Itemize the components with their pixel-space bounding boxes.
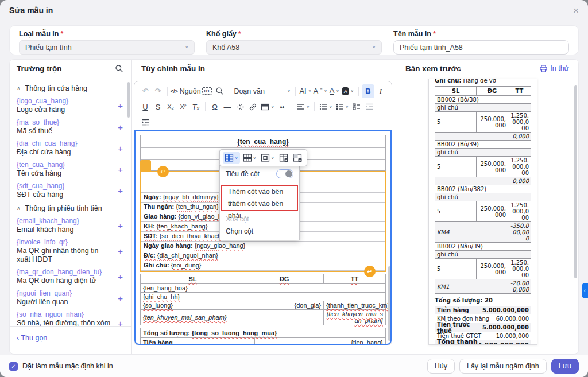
- add-field-icon[interactable]: +: [118, 143, 123, 153]
- insert-paragraph-after-icon[interactable]: ↵: [364, 266, 376, 277]
- items-table[interactable]: SL ĐG TT {ten_hang_hoa} {ghi_chu_hh} {so…: [140, 274, 386, 325]
- save-button[interactable]: Lưu: [551, 359, 579, 374]
- merge-field-item[interactable]: {sdt_cua_hang} SĐT cửa hàng +: [17, 180, 124, 201]
- reset-default-template-button[interactable]: Lấy lại mẫu ngầm định: [459, 359, 547, 374]
- insert-table-icon[interactable]: ∨: [259, 100, 276, 114]
- add-field-icon[interactable]: +: [118, 122, 123, 132]
- font-background-color-icon[interactable]: A∨: [341, 84, 355, 98]
- subtotal-label-cell[interactable]: Tiền hàng: [141, 338, 255, 345]
- merge-field-item[interactable]: {ma_qr_don_hang_dien_tu} Mã QR đơn hàng …: [17, 266, 124, 287]
- add-field-icon[interactable]: +: [118, 246, 123, 256]
- info-line[interactable]: Đ/c: {dia_chi_nguoi_nhan}: [141, 251, 385, 261]
- promo-name-cell[interactable]: {ten_khuyen_mai_san_pham}: [141, 310, 324, 325]
- subscript-icon[interactable]: X₂: [164, 100, 177, 114]
- undo-icon[interactable]: ↶: [139, 84, 152, 98]
- info-line[interactable]: Ghi chú: {noi_dung}: [141, 261, 385, 271]
- info-line[interactable]: Ngày giao hàng: {ngay_giao_hang}: [141, 242, 385, 251]
- editor-toolbar-row3: [134, 115, 392, 130]
- merge-field-item[interactable]: {nguoi_lien_quan} Người liên quan +: [17, 287, 124, 309]
- strikethrough-icon[interactable]: S: [152, 100, 164, 114]
- paragraph-style-select[interactable]: Đoạn văn∨: [232, 84, 292, 98]
- menu-item-delete-column[interactable]: Xoá cột: [220, 213, 299, 226]
- page-break-icon[interactable]: [234, 100, 246, 114]
- insert-paragraph-before-icon[interactable]: ↵: [157, 166, 169, 177]
- sidebar-scrollbar[interactable]: [127, 82, 130, 118]
- add-field-icon[interactable]: +: [118, 293, 123, 303]
- menu-item-insert-column-right[interactable]: Thêm cột vào bên phải: [222, 198, 297, 210]
- add-field-icon[interactable]: +: [118, 272, 123, 282]
- promo-amount-cell[interactable]: {tien_khuyen_mai_san_pham}: [324, 310, 386, 325]
- merge-field-item[interactable]: {email_khach_hang} Email khách hàng +: [17, 215, 124, 236]
- close-icon[interactable]: ×: [573, 6, 579, 15]
- column-header-toggle[interactable]: [276, 169, 293, 178]
- column-header[interactable]: TT: [324, 274, 386, 284]
- indent-icon[interactable]: [139, 115, 152, 129]
- default-template-checkbox[interactable]: ✓: [9, 362, 18, 371]
- italic-icon[interactable]: I: [374, 84, 387, 98]
- cancel-button[interactable]: Hủy: [427, 359, 455, 374]
- add-field-icon[interactable]: +: [118, 318, 123, 326]
- column-header[interactable]: SL: [141, 274, 245, 284]
- section-store-info[interactable]: ∧ Thông tin cửa hàng: [17, 81, 124, 95]
- numbered-list-icon[interactable]: ∨: [334, 100, 351, 114]
- paper-size-select[interactable]: Khổ A58 ∨: [206, 40, 382, 55]
- collapse-preview-tab[interactable]: ‹: [582, 283, 588, 298]
- section-receipt-info[interactable]: ∧ Thông tin phiếu tính tiền: [17, 201, 124, 215]
- total-qty-cell[interactable]: Tổng số lượng: {tong_so_luong_hang_mua}: [141, 328, 386, 338]
- underline-icon[interactable]: U: [139, 100, 152, 114]
- superscript-icon[interactable]: X²: [177, 100, 189, 114]
- search-icon[interactable]: [115, 64, 123, 73]
- font-color-icon[interactable]: A∨: [328, 84, 341, 98]
- add-field-icon[interactable]: +: [118, 101, 123, 111]
- merge-field-item[interactable]: {logo_cua_hang} Logo cửa hàng +: [17, 95, 124, 116]
- merge-field-item[interactable]: {dia_chi_cua_hang} Địa chỉ cửa hàng +: [17, 138, 124, 159]
- merge-field-item[interactable]: {invoice_info_qr} Mã QR ghi nhận thông t…: [17, 236, 124, 266]
- source-button[interactable]: </>Nguồn: [171, 84, 200, 98]
- column-header-toggle-row[interactable]: Tiêu đề cột: [220, 166, 299, 182]
- cell-properties-icon[interactable]: [291, 152, 304, 164]
- row-menu-icon[interactable]: ∨: [241, 152, 258, 164]
- link-icon[interactable]: [246, 100, 259, 114]
- merge-field-item[interactable]: {ma_so_thue} Mã số thuế +: [17, 116, 124, 138]
- bulleted-list-icon[interactable]: ∨: [318, 100, 334, 114]
- qty-cell[interactable]: {so_luong}: [141, 301, 245, 310]
- redo-icon[interactable]: ↷: [152, 84, 164, 98]
- add-field-icon[interactable]: +: [118, 165, 123, 174]
- outdent-icon[interactable]: [363, 100, 376, 114]
- menu-item-select-column[interactable]: Chọn cột: [220, 226, 299, 238]
- template-name-input[interactable]: [393, 40, 569, 55]
- font-family-icon[interactable]: AI∨: [299, 84, 312, 98]
- font-size-icon[interactable]: A≡∨: [312, 84, 328, 98]
- bold-icon[interactable]: B: [362, 84, 374, 98]
- add-field-icon[interactable]: +: [118, 221, 123, 231]
- subtotal-value-cell[interactable]: {tien_hang}: [255, 338, 386, 345]
- remove-format-icon[interactable]: Tₓ: [189, 100, 202, 114]
- store-name-cell[interactable]: {ten_cua_hang}: [141, 135, 385, 148]
- merge-cells-icon[interactable]: ∨: [259, 152, 276, 164]
- menu-item-insert-column-left[interactable]: Thêm cột vào bên trái: [222, 186, 297, 198]
- column-header[interactable]: ĐG: [245, 274, 324, 284]
- merge-field-item[interactable]: {so_nha_nguoi_nhan} Số nhà, tên đường, t…: [17, 309, 124, 326]
- template-type-select[interactable]: Phiếu tạm tính ∨: [19, 40, 195, 55]
- preview-scrollbar[interactable]: [574, 85, 577, 278]
- show-blocks-icon[interactable]: H1: [200, 84, 213, 98]
- add-field-icon[interactable]: +: [118, 186, 123, 196]
- amount-cell[interactable]: {thanh_tien_truoc_km}: [324, 301, 386, 310]
- block-quote-icon[interactable]: “: [276, 100, 289, 114]
- test-print-link[interactable]: In thử: [540, 64, 569, 72]
- table-properties-icon[interactable]: [277, 152, 290, 164]
- special-characters-icon[interactable]: Ω: [208, 100, 221, 114]
- text-alignment-icon[interactable]: ∨: [295, 100, 312, 114]
- totals-table[interactable]: Tổng số lượng: {tong_so_luong_hang_mua} …: [140, 328, 386, 345]
- collapse-sidebar-link[interactable]: ‹ Thu gọn: [17, 334, 47, 342]
- todo-list-icon[interactable]: [350, 100, 363, 114]
- merge-field-item[interactable]: {ten_cua_hang} Tên cửa hàng +: [17, 159, 124, 180]
- find-replace-icon[interactable]: [213, 84, 226, 98]
- price-cell[interactable]: {don_gia}: [245, 301, 324, 310]
- item-note-cell[interactable]: {ghi_chu_hh}: [141, 293, 386, 301]
- column-menu-icon[interactable]: ∨: [223, 152, 240, 164]
- horizontal-line-icon[interactable]: —: [221, 100, 234, 114]
- editor-scrollbar[interactable]: [388, 266, 390, 341]
- item-name-cell[interactable]: {ten_hang_hoa}: [141, 284, 386, 293]
- drag-handle[interactable]: [140, 160, 151, 171]
